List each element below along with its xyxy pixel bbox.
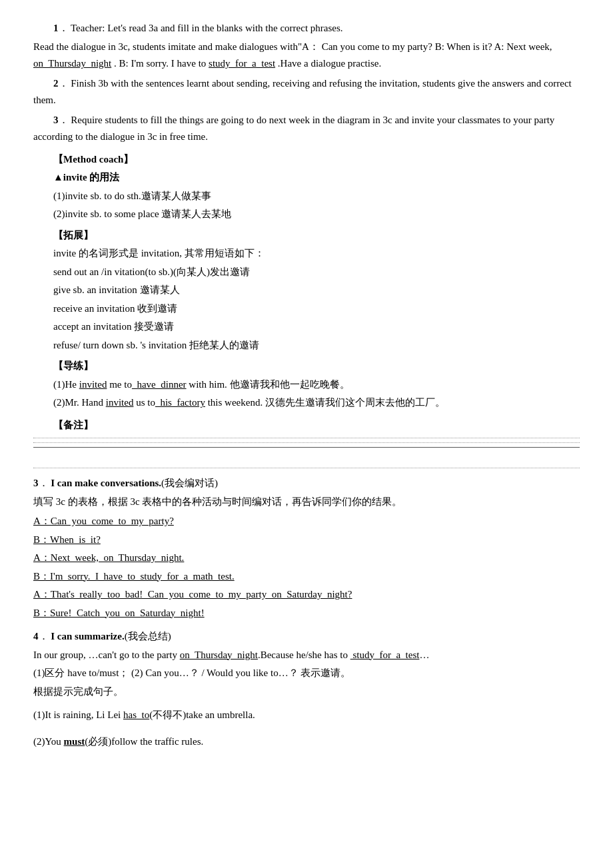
note-lines [33, 438, 580, 468]
dotted-line-2 [33, 442, 580, 443]
section1-number: 1 [53, 23, 59, 33]
section4-exercise1: (1)It is raining, Li Lei has to(不得不)take… [33, 707, 580, 724]
invited-underline2: invited [106, 397, 134, 408]
blank-space [33, 452, 580, 464]
section1-line1: 1． Teacher: Let's read 3a and fill in th… [33, 20, 580, 37]
section3-number: 3 [53, 115, 59, 125]
section3b-header: 3． I can make conversations.(我会编对话) [33, 475, 580, 492]
practice-item2: (2)Mr. Hand invited us to his factory th… [53, 394, 580, 412]
section3b-title: I can make conversations. [51, 478, 161, 488]
dialog-line-1: A：Can you come to my party? [33, 513, 580, 530]
section4-number: 4 [33, 631, 39, 642]
dialog-text-6: B：Sure! Catch you on Saturday night! [33, 608, 205, 618]
note-title: 【备注】 [53, 417, 580, 434]
invite-item2: (2)invite sb. to some place 邀请某人去某地 [53, 206, 580, 223]
section1-line2: Read the dialogue in 3c, students imitat… [33, 39, 580, 73]
dialog-line-4: B：I'm sorry. I have to study for a math … [33, 568, 580, 586]
expand-line5: accept an invitation 接受邀请 [53, 318, 580, 336]
invite-item1: (1)invite sb. to do sth.邀请某人做某事 [53, 188, 580, 205]
practice-item1: (1)He invited me to have dinner with him… [53, 376, 580, 394]
expand-line3: give sb. an invitation 邀请某人 [53, 282, 580, 299]
section1-text1: Teacher: Let's read 3a and fill in the b… [71, 23, 343, 33]
dialog-text-4: B：I'm sorry. I have to study for a math … [33, 571, 235, 582]
has-to-underline: has to [123, 709, 149, 720]
dialog-line-3: A：Next week, on Thursday night. [33, 550, 580, 567]
section2-text: 2． Finish 3b with the sentences learnt a… [33, 75, 580, 109]
dialog-block: A：Can you come to my party? B：When is it… [33, 513, 580, 622]
must-underline: must [64, 736, 85, 747]
page-content: 1． Teacher: Let's read 3a and fill in th… [33, 20, 580, 750]
dialog-line-6: B：Sure! Catch you on Saturday night! [33, 605, 580, 622]
section3b-title-chinese: (我会编对话) [161, 478, 218, 488]
section4-text3: 根据提示完成句子。 [33, 683, 580, 701]
dialog-text-5: A：That's really too bad! Can you come to… [33, 589, 352, 600]
invite-usage-subtitle: ▲invite 的用法 [53, 169, 580, 187]
dotted-line-1 [33, 438, 580, 438]
expand-line2: send out an /in vitation(to sb.)(向某人)发出邀… [53, 264, 580, 281]
section4-text2: (1)区分 have to/must； (2) Can you…？ / Woul… [33, 665, 580, 682]
section3-content: Require students to fill the things are … [33, 115, 554, 143]
dialog-text-3: A：Next week, on Thursday night. [33, 552, 184, 563]
invited-underline1: invited [79, 379, 107, 390]
expand-title: 【拓展】 [53, 227, 580, 244]
section4-title: I can summarize. [51, 631, 124, 642]
dotted-line-3 [33, 468, 580, 468]
section2-content: Finish 3b with the sentences learnt abou… [33, 78, 572, 106]
section4-exercise2: (2)You must(必须)follow the traffic rules. [33, 733, 580, 751]
expand-line1: invite 的名词形式是 invitation, 其常用短语如下： [53, 245, 580, 262]
method-coach-title: 【Method coach】 [53, 151, 580, 169]
section3-text: 3． Require students to fill the things a… [33, 112, 580, 146]
section4-text1: In our group, …can't go to the party on … [33, 647, 580, 664]
section2-number: 2 [53, 78, 59, 89]
have-dinner-underline: have dinner [132, 379, 187, 390]
section4-title-chinese: (我会总结) [125, 631, 171, 642]
study-test-underline2: study for a test [350, 650, 420, 660]
dialog-line-5: A：That's really too bad! Can you come to… [33, 586, 580, 604]
expand-line6: refuse/ turn down sb. 's invitation 拒绝某人… [53, 337, 580, 354]
guided-practice-title: 【导练】 [53, 358, 580, 375]
dialog-text-1: A：Can you come to my party? [33, 516, 174, 526]
dialog-text-2: B：When is it? [33, 534, 101, 545]
thursday-night-underline2: on Thursday night [180, 650, 258, 660]
expand-line4: receive an invitation 收到邀请 [53, 300, 580, 318]
thursday-night-underline: on Thursday night [33, 58, 111, 69]
section3b-desc: 填写 3c 的表格，根据 3c 表格中的各种活动与时间编对话，再告诉同学们你的结… [33, 494, 580, 511]
section4-header: 4． I can summarize.(我会总结) [33, 628, 580, 646]
his-factory-underline: his factory [155, 397, 205, 408]
section3b-number: 3 [33, 478, 39, 488]
solid-line-1 [33, 447, 580, 448]
study-test-underline: study for a test [209, 58, 275, 69]
dialog-line-2: B：When is it? [33, 532, 580, 549]
